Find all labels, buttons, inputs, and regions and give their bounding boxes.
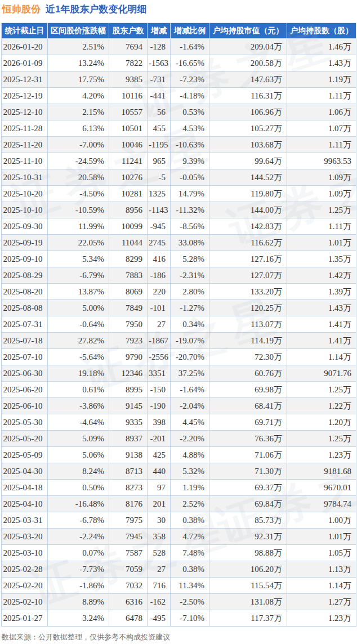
cell-4: 5.32% [171, 463, 209, 480]
cell-2: 8176 [109, 496, 148, 512]
cell-1: 0.50% [48, 480, 109, 496]
cell-3: 398 [148, 414, 171, 431]
report-title: 近1年股东户数变化明细 [46, 4, 146, 15]
cell-3: -2556 [148, 349, 171, 365]
cell-1: 20.58% [48, 169, 109, 186]
table-row: 2025-03-20-2.24%79453584.72%92.31万1.01万 [2, 529, 356, 545]
cell-5: 117.37万 [209, 610, 287, 627]
cell-0: 2025-11-20 [2, 137, 48, 153]
cell-1: 19.18% [48, 365, 109, 382]
cell-2: 6478 [109, 610, 148, 627]
cell-3: -1195 [148, 137, 171, 153]
cell-4: -2.50% [171, 594, 209, 610]
cell-2: 9335 [109, 414, 148, 431]
cell-0: 2025-07-31 [2, 316, 48, 333]
cell-5: 60.76万 [209, 365, 287, 382]
cell-0: 2025-06-20 [2, 382, 48, 398]
header-row: 统计截止日区间股价涨跌幅股东户数增减增减比例户均持股市值（元）户均持股数（股） [2, 23, 356, 39]
cell-6: 1.00万 [287, 512, 356, 529]
cell-3: 1325 [148, 186, 171, 202]
table-row: 2025-09-105.34%82994165.28%127.16万1.35万 [2, 251, 356, 267]
cell-1: 8.24% [48, 463, 109, 480]
cell-6: 1.22万 [287, 398, 356, 414]
cell-4: 11.34% [171, 578, 209, 594]
cell-0: 2025-09-19 [2, 235, 48, 251]
cell-0: 2025-09-10 [2, 251, 48, 267]
cell-1: -7.00% [48, 137, 109, 153]
table-row: 2025-11-10-24.59%112419659.39%99.64万9963… [2, 153, 356, 169]
table-row: 2025-02-28-7.73%7059270.38%106.20万1.13万 [2, 561, 356, 578]
table-row: 2025-11-20-7.00%10046-1195-10.63%103.68万… [2, 137, 356, 153]
cell-5: 68.41万 [209, 398, 287, 414]
cell-3: 56 [148, 104, 171, 120]
cell-2: 7923 [109, 333, 148, 349]
cell-5: 69.84万 [209, 496, 287, 512]
cell-2: 10116 [109, 88, 148, 104]
cell-6: 1.43万 [287, 300, 356, 316]
cell-3: 440 [148, 463, 171, 480]
cell-2: 9790 [109, 349, 148, 365]
cell-0: 2025-03-10 [2, 545, 48, 561]
table-row: 2025-05-095.06%91384254.88%71.06万1.23万 [2, 447, 356, 463]
cell-1: 13.24% [48, 55, 109, 71]
cell-5: 106.96万 [209, 104, 287, 120]
cell-1: -5.64% [48, 349, 109, 365]
table-row: 2025-01-273.24%6478-495-7.10%117.37万1.23… [2, 610, 356, 627]
cell-5: 72.30万 [209, 349, 287, 365]
cell-3: -186 [148, 267, 171, 284]
cell-3: 201 [148, 496, 171, 512]
cell-5: 69.98万 [209, 382, 287, 398]
cell-0: 2025-09-30 [2, 218, 48, 235]
cell-0: 2025-10-31 [2, 169, 48, 186]
cell-2: 9385 [109, 71, 148, 88]
table-row: 2025-04-180.50%8273971.19%69.37万9670.01 [2, 480, 356, 496]
cell-0: 2025-02-20 [2, 578, 48, 594]
cell-5: 120.25万 [209, 300, 287, 316]
table-row: 2025-12-194.20%10116-441-4.18%116.31万1.1… [2, 88, 356, 104]
cell-2: 8937 [109, 431, 148, 447]
cell-0: 2025-08-08 [2, 300, 48, 316]
cell-2: 10501 [109, 120, 148, 137]
cell-3: 97 [148, 480, 171, 496]
cell-6: 9784.74 [287, 496, 356, 512]
cell-0: 2025-06-10 [2, 398, 48, 414]
cell-6: 1.06万 [287, 104, 356, 120]
cell-4: 4.88% [171, 447, 209, 463]
cell-4: -16.65% [171, 55, 209, 71]
cell-5: 85.73万 [209, 512, 287, 529]
cell-1: -4.64% [48, 414, 109, 431]
cell-1: 22.05% [48, 235, 109, 251]
table-row: 2025-06-3019.18%12346335137.25%60.76万907… [2, 365, 356, 382]
cell-6: 1.46万 [287, 39, 356, 55]
table-row: 2025-05-205.09%8937-201-2.20%76.36万1.25万 [2, 431, 356, 447]
table-row: 2025-11-286.13%105014554.53%105.27万1.07万 [2, 120, 356, 137]
table-row: 2025-09-1922.05%11044274533.08%116.62万1.… [2, 235, 356, 251]
cell-6: 1.20万 [287, 414, 356, 431]
cell-2: 8299 [109, 251, 148, 267]
cell-5: 113.07万 [209, 316, 287, 333]
cell-1: 3.24% [48, 610, 109, 627]
table-row: 2025-10-10-10.59%8956-1143-11.32%144.00万… [2, 202, 356, 218]
cell-4: -7.23% [171, 71, 209, 88]
cell-6: 1.41万 [287, 316, 356, 333]
shareholder-count-table: 统计截止日区间股价涨跌幅股东户数增减增减比例户均持股市值（元）户均持股数（股） … [1, 23, 356, 627]
cell-4: -11.32% [171, 202, 209, 218]
cell-5: 69.71万 [209, 414, 287, 431]
cell-6: 9670.01 [287, 480, 356, 496]
cell-1: -10.59% [48, 202, 109, 218]
cell-5: 105.27万 [209, 120, 287, 137]
cell-4: 4.53% [171, 120, 209, 137]
col-header-6: 户均持股数（股） [287, 23, 356, 39]
cell-2: 7945 [109, 529, 148, 545]
cell-2: 10557 [109, 104, 148, 120]
cell-3: -1867 [148, 333, 171, 349]
cell-1: 2.15% [48, 104, 109, 120]
cell-6: 1.42万 [287, 267, 356, 284]
cell-0: 2025-12-10 [2, 104, 48, 120]
table-row: 2025-08-29-6.79%7883-186-2.31%127.07万1.4… [2, 267, 356, 284]
table-header: 统计截止日区间股价涨跌幅股东户数增减增减比例户均持股市值（元）户均持股数（股） [2, 23, 356, 39]
cell-0: 2026-01-09 [2, 55, 48, 71]
cell-3: -190 [148, 398, 171, 414]
cell-5: 127.07万 [209, 267, 287, 284]
cell-5: 116.31万 [209, 88, 287, 104]
